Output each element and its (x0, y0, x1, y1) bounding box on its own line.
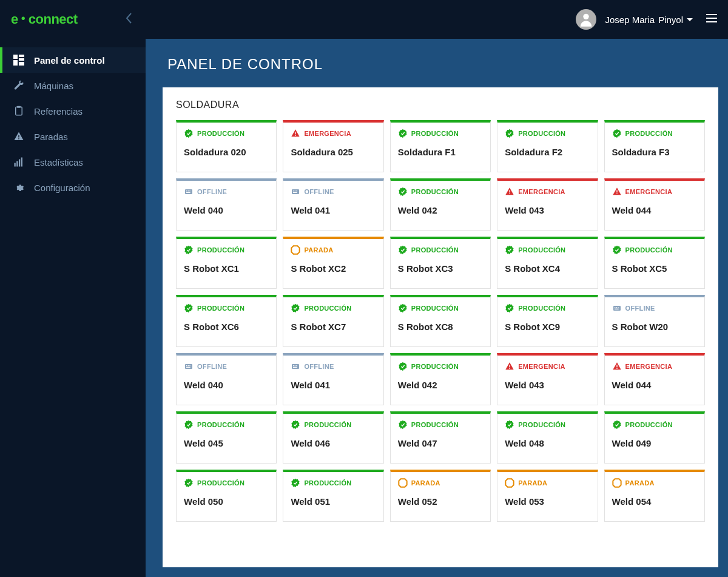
main-content: PANEL DE CONTROL SOLDADURA PRODUCCIÓN So… (146, 39, 728, 577)
machine-card[interactable]: PRODUCCIÓN Weld 047 (390, 411, 491, 464)
machine-card[interactable]: PRODUCCIÓN S Robot XC1 (176, 237, 277, 289)
sidebar-item-label: Configuración (34, 183, 90, 193)
machine-name: Weld 054 (612, 496, 697, 507)
machine-card[interactable]: PRODUCCIÓN Weld 049 (604, 411, 705, 464)
offline-icon (184, 362, 194, 371)
svg-rect-25 (293, 191, 294, 191)
dashboard-icon (13, 55, 24, 66)
machine-card[interactable]: PRODUCCIÓN Soldadura 020 (176, 120, 277, 172)
machine-card[interactable]: PRODUCCIÓN S Robot XC7 (283, 295, 383, 347)
machine-name: Weld 041 (291, 205, 376, 215)
machine-name: Weld 047 (398, 438, 483, 448)
machine-card[interactable]: OFFLINE Weld 040 (176, 178, 277, 231)
machine-card[interactable]: PRODUCCIÓN Soldadura F3 (604, 120, 705, 172)
sidebar-item-gear[interactable]: Configuración (0, 175, 146, 200)
status-label: PARADA (518, 479, 547, 487)
machine-card[interactable]: OFFLINE S Robot W20 (604, 295, 705, 347)
chevron-down-icon (687, 18, 693, 21)
machine-card[interactable]: EMERGENCIA Weld 044 (604, 178, 705, 231)
machine-name: Soldadura 025 (291, 147, 376, 157)
avatar[interactable] (576, 9, 596, 30)
machine-card[interactable]: PRODUCCIÓN S Robot XC6 (176, 295, 277, 347)
machine-card[interactable]: PRODUCCIÓN Weld 050 (176, 470, 277, 522)
status-row: PRODUCCIÓN (612, 245, 697, 255)
machine-name: Weld 041 (291, 380, 376, 390)
stats-icon (13, 157, 24, 167)
svg-rect-7 (13, 60, 18, 66)
machine-card[interactable]: PRODUCCIÓN Weld 046 (283, 411, 383, 464)
machine-card[interactable]: EMERGENCIA Soldadura 025 (283, 120, 383, 172)
machine-name: Weld 040 (184, 380, 269, 390)
machine-name: Weld 050 (184, 496, 269, 507)
machine-card[interactable]: EMERGENCIA Weld 043 (497, 353, 598, 405)
machine-card[interactable]: OFFLINE Weld 041 (283, 178, 383, 231)
emergencia-icon (505, 187, 514, 197)
machine-name: Weld 044 (612, 380, 697, 390)
svg-rect-49 (510, 368, 510, 369)
svg-rect-21 (188, 191, 189, 191)
status-label: PARADA (411, 479, 440, 487)
machine-card[interactable]: PARADA Weld 052 (390, 470, 491, 522)
hamburger-menu-button[interactable] (706, 14, 717, 25)
machine-card[interactable]: PARADA S Robot XC2 (283, 237, 383, 289)
sidebar-item-warning[interactable]: Paradas (0, 124, 146, 149)
status-row: PRODUCCIÓN (398, 303, 483, 313)
svg-rect-31 (616, 190, 617, 192)
status-label: PRODUCCIÓN (197, 421, 244, 428)
status-label: PRODUCCIÓN (411, 246, 459, 254)
emergencia-icon (612, 362, 622, 371)
machine-card[interactable]: PRODUCCIÓN Soldadura F1 (390, 120, 491, 172)
machine-card[interactable]: PRODUCCIÓN Weld 042 (390, 178, 491, 231)
machine-card[interactable]: PARADA Weld 053 (497, 470, 598, 522)
machine-card[interactable]: PRODUCCIÓN Weld 045 (176, 411, 277, 464)
machine-card[interactable]: PRODUCCIÓN S Robot XC9 (497, 295, 598, 347)
status-label: EMERGENCIA (625, 363, 673, 370)
machine-card[interactable]: PRODUCCIÓN S Robot XC5 (604, 237, 705, 289)
machine-card[interactable]: PRODUCCIÓN S Robot XC4 (497, 237, 598, 289)
machine-card[interactable]: PARADA Weld 054 (604, 470, 705, 522)
produccion-icon (505, 245, 514, 255)
machine-name: S Robot XC4 (505, 263, 590, 274)
sidebar-item-clipboard[interactable]: Referencias (0, 98, 146, 124)
machine-card[interactable]: PRODUCCIÓN S Robot XC8 (390, 295, 491, 347)
logo-right: connect (29, 12, 78, 27)
machine-card[interactable]: PRODUCCIÓN Soldadura F2 (497, 120, 598, 172)
machine-name: Weld 051 (291, 496, 376, 507)
machine-card[interactable]: PRODUCCIÓN S Robot XC3 (390, 237, 491, 289)
machine-card[interactable]: OFFLINE Weld 040 (176, 353, 277, 405)
machine-card[interactable]: PRODUCCIÓN Weld 051 (283, 470, 383, 522)
machine-card[interactable]: PRODUCCIÓN Weld 048 (497, 411, 598, 464)
status-label: PRODUCCIÓN (411, 421, 459, 428)
machine-card[interactable]: PRODUCCIÓN Weld 042 (390, 353, 491, 405)
back-button[interactable] (125, 12, 132, 27)
gear-icon (13, 182, 24, 193)
svg-rect-5 (19, 55, 24, 57)
status-row: PRODUCCIÓN (291, 478, 376, 488)
sidebar-item-stats[interactable]: Estadísticas (0, 149, 146, 175)
user-menu[interactable]: Josep Maria Pinyol (605, 15, 693, 25)
status-row: PRODUCCIÓN (184, 245, 269, 255)
machine-card[interactable]: EMERGENCIA Weld 044 (604, 353, 705, 405)
machine-card[interactable]: OFFLINE Weld 041 (283, 353, 383, 405)
status-row: PRODUCCIÓN (184, 303, 269, 313)
sidebar-item-wrench[interactable]: Máquinas (0, 73, 146, 98)
status-label: PRODUCCIÓN (304, 479, 351, 487)
svg-rect-12 (18, 138, 19, 140)
machine-card[interactable]: EMERGENCIA Weld 043 (497, 178, 598, 231)
logo[interactable]: e • connect (11, 12, 78, 27)
produccion-icon (291, 420, 300, 430)
sidebar-item-dashboard[interactable]: Panel de control (0, 47, 146, 73)
sidebar-item-label: Referencias (34, 106, 83, 116)
status-row: PRODUCCIÓN (612, 129, 697, 138)
header: e • connect Josep Maria Pinyol (0, 0, 728, 39)
svg-rect-40 (188, 365, 189, 366)
svg-rect-43 (292, 364, 299, 369)
status-label: PRODUCCIÓN (304, 421, 351, 428)
emergencia-icon (291, 129, 300, 138)
status-label: PRODUCCIÓN (518, 246, 565, 254)
status-label: EMERGENCIA (518, 363, 565, 370)
machine-name: Weld 043 (505, 380, 590, 390)
produccion-icon (184, 478, 194, 488)
status-row: PRODUCCIÓN (398, 362, 483, 371)
status-row: PARADA (612, 478, 697, 488)
